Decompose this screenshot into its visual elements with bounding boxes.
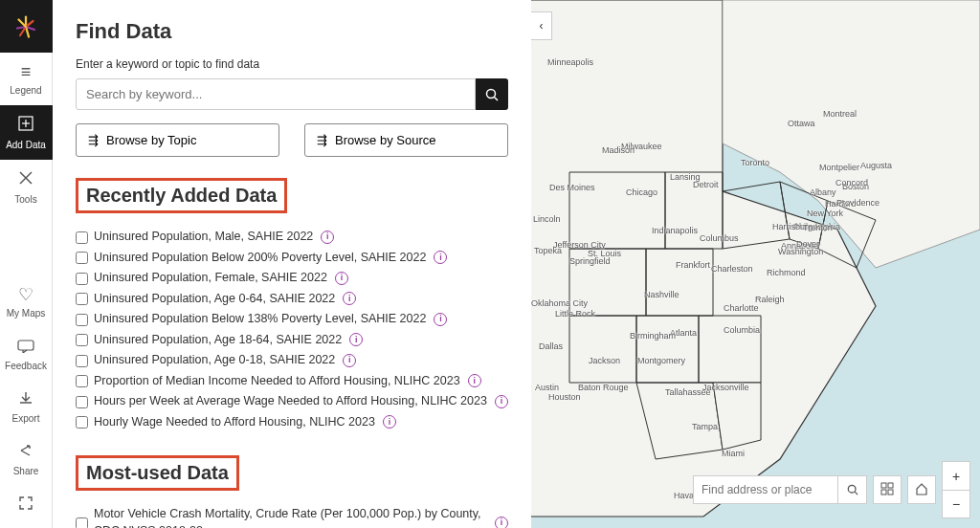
fullscreen-icon: [18, 495, 33, 516]
collapse-panel-button[interactable]: ‹: [531, 11, 552, 40]
sidebar-item-feedback[interactable]: Feedback: [0, 328, 53, 381]
map[interactable]: MinneapolisMilwaukeeChicagoDetroitToront…: [531, 0, 980, 528]
data-checkbox[interactable]: [76, 293, 88, 305]
data-list-item: Uninsured Population, Age 0-64, SAHIE 20…: [76, 289, 508, 310]
chevron-left-icon: ‹: [540, 19, 544, 33]
address-search-button[interactable]: [837, 476, 866, 503]
data-label: Uninsured Population Below 138% Poverty …: [94, 311, 426, 328]
recently-added-list: Uninsured Population, Male, SAHIE 2022Un…: [76, 227, 508, 432]
svg-point-13: [487, 89, 496, 98]
search-icon: [847, 484, 858, 495]
data-label: Uninsured Population, Age 18-64, SAHIE 2…: [94, 332, 342, 349]
panel-hint: Enter a keyword or topic to find data: [76, 57, 508, 71]
sidebar-item-legend[interactable]: ≡ Legend: [0, 53, 53, 105]
sidebar-item-my-maps[interactable]: ♡ My Maps: [0, 275, 53, 328]
recently-added-heading: Recently Added Data: [76, 178, 287, 213]
data-label: Uninsured Population Below 200% Poverty …: [94, 250, 426, 267]
info-icon[interactable]: [495, 517, 508, 529]
feedback-icon: [17, 338, 34, 358]
info-icon[interactable]: [383, 415, 396, 429]
sidebar-item-fullscreen[interactable]: [0, 486, 53, 528]
svg-rect-18: [881, 483, 886, 488]
info-icon[interactable]: [434, 313, 447, 326]
sidebar-item-export[interactable]: Export: [0, 381, 53, 433]
data-checkbox[interactable]: [76, 396, 88, 408]
info-icon[interactable]: [349, 333, 363, 346]
tree-icon: ⇶: [88, 133, 99, 147]
info-icon[interactable]: [321, 231, 334, 244]
data-checkbox[interactable]: [76, 416, 88, 429]
address-input[interactable]: [694, 476, 837, 503]
svg-rect-19: [888, 483, 893, 488]
panel-title: Find Data: [76, 19, 508, 44]
svg-rect-20: [881, 490, 886, 495]
sidebar-label: Share: [13, 466, 39, 476]
search-icon: [485, 88, 499, 101]
data-label: Hours per Week at Average Wage Needed to…: [94, 393, 487, 410]
info-icon[interactable]: [343, 292, 356, 305]
heart-icon: ♡: [18, 284, 33, 305]
info-icon[interactable]: [434, 251, 447, 264]
data-label: Uninsured Population, Age 0-64, SAHIE 20…: [94, 291, 335, 308]
plus-icon: +: [952, 469, 960, 484]
data-list-item: Uninsured Population, Female, SAHIE 2022: [76, 268, 508, 289]
data-list-item: Uninsured Population Below 200% Poverty …: [76, 248, 508, 269]
svg-line-17: [855, 492, 858, 495]
minus-icon: −: [952, 496, 960, 512]
sidebar-item-tools[interactable]: Tools: [0, 160, 53, 214]
home-icon: [915, 482, 928, 498]
home-extent-button[interactable]: [907, 475, 936, 504]
svg-point-16: [848, 485, 856, 493]
data-list-item: Hours per Week at Average Wage Needed to…: [76, 391, 508, 412]
address-search: [693, 475, 867, 504]
zoom-in-button[interactable]: +: [942, 461, 970, 490]
data-label: Uninsured Population, Male, SAHIE 2022: [94, 229, 313, 246]
data-checkbox[interactable]: [76, 252, 88, 264]
info-icon[interactable]: [468, 374, 481, 387]
add-data-icon: [17, 115, 34, 137]
info-icon[interactable]: [335, 272, 348, 285]
browse-source-label: Browse by Source: [335, 133, 436, 147]
sidebar: ≡ Legend Add Data Tools ♡ My Maps Feedba…: [0, 0, 53, 528]
search-button[interactable]: [476, 78, 508, 110]
logo[interactable]: [0, 0, 53, 53]
grid-icon: [880, 482, 894, 498]
data-checkbox[interactable]: [76, 355, 88, 367]
zoom-out-button[interactable]: −: [942, 490, 970, 518]
data-list-item: Proportion of Median Income Needed to Af…: [76, 371, 508, 392]
browse-by-topic-button[interactable]: ⇶ Browse by Topic: [76, 123, 279, 157]
tools-icon: [17, 169, 34, 191]
data-checkbox[interactable]: [76, 231, 88, 244]
sidebar-item-add-data[interactable]: Add Data: [0, 105, 53, 160]
sidebar-label: Add Data: [6, 140, 46, 150]
svg-line-14: [495, 97, 499, 100]
browse-by-source-button[interactable]: ⇶ Browse by Source: [304, 123, 508, 157]
data-list-item: Uninsured Population, Male, SAHIE 2022: [76, 227, 508, 248]
sidebar-label: Legend: [10, 85, 41, 96]
search-input[interactable]: [76, 78, 476, 110]
data-checkbox[interactable]: [76, 375, 88, 387]
data-list-item: Motor Vehicle Crash Mortality, Crude Rat…: [76, 504, 508, 528]
download-icon: [18, 390, 33, 410]
basemap-button[interactable]: [873, 475, 902, 504]
browse-topic-label: Browse by Topic: [106, 133, 196, 147]
info-icon[interactable]: [495, 395, 508, 408]
data-list-item: Uninsured Population Below 138% Poverty …: [76, 309, 508, 330]
data-checkbox[interactable]: [76, 517, 88, 529]
info-icon[interactable]: [343, 354, 356, 367]
svg-rect-12: [18, 341, 33, 350]
sidebar-label: Export: [12, 413, 40, 424]
data-label: Motor Vehicle Crash Mortality, Crude Rat…: [94, 506, 487, 528]
data-checkbox[interactable]: [76, 334, 88, 346]
data-label: Hourly Wage Needed to Afford Housing, NL…: [94, 414, 375, 431]
sidebar-item-share[interactable]: Share: [0, 433, 53, 486]
most-used-heading: Most-used Data: [76, 455, 239, 491]
share-icon: [18, 443, 33, 463]
data-list-item: Uninsured Population, Age 18-64, SAHIE 2…: [76, 330, 508, 351]
data-list-item: Uninsured Population, Age 0-18, SAHIE 20…: [76, 350, 508, 371]
data-label: Uninsured Population, Age 0-18, SAHIE 20…: [94, 352, 335, 369]
sidebar-label: Feedback: [5, 361, 47, 371]
find-data-panel: Find Data Enter a keyword or topic to fi…: [53, 0, 531, 528]
data-checkbox[interactable]: [76, 273, 88, 285]
data-checkbox[interactable]: [76, 314, 88, 326]
